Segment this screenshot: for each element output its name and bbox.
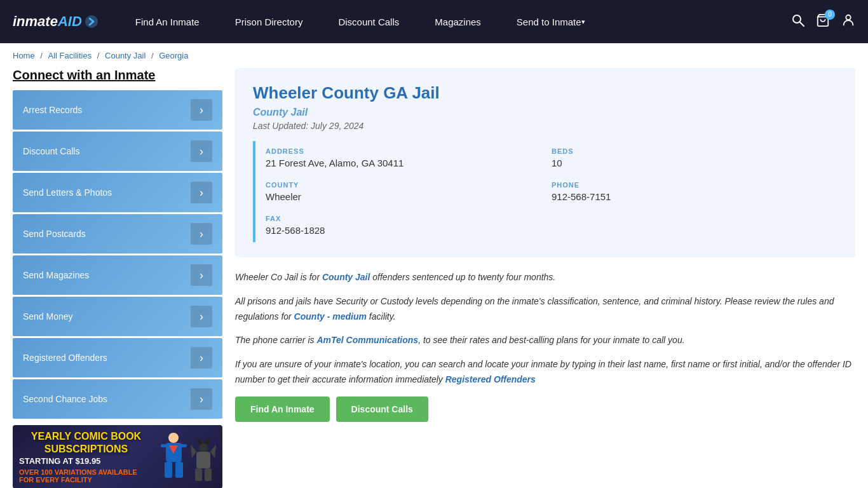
registered-offenders-link[interactable]: Registered Offenders [445, 374, 536, 384]
svg-point-5 [168, 433, 179, 443]
beds-label: BEDS [552, 147, 827, 155]
svg-line-2 [800, 22, 804, 26]
content-area: Wheeler County GA Jail County Jail Last … [235, 68, 855, 488]
logo-icon [85, 15, 98, 29]
svg-rect-17 [195, 468, 202, 481]
breadcrumb: Home / All Facilities / County Jail / Ge… [0, 43, 868, 68]
sidebar-second-chance-jobs[interactable]: Second Chance Jobs › [13, 379, 222, 419]
svg-rect-14 [196, 452, 210, 468]
sidebar-label-send-letters: Send Letters & Photos [23, 187, 112, 198]
nav-send-to-inmate[interactable]: Send to Inmate [499, 0, 603, 43]
fax-value: 912-568-1828 [266, 225, 541, 236]
svg-marker-16 [210, 444, 216, 458]
desc-3-before: The phone carrier is [235, 335, 316, 345]
svg-marker-15 [191, 444, 196, 458]
desc-1-after: offenders sentenced up to twenty four mo… [370, 272, 555, 282]
facility-updated: Last Updated: July 29, 2024 [253, 121, 837, 131]
svg-rect-8 [165, 462, 172, 478]
county-value: Wheeler [266, 191, 541, 202]
nav-magazines[interactable]: Magazines [417, 0, 499, 43]
arrow-icon: › [191, 264, 212, 286]
facility-type: County Jail [253, 107, 837, 118]
sidebar-send-postcards[interactable]: Send Postcards › [13, 214, 222, 254]
search-icon [792, 14, 804, 27]
svg-rect-18 [205, 468, 212, 481]
amtel-link[interactable]: AmTel Communications [316, 335, 418, 345]
facility-title: Wheeler County GA Jail [253, 83, 837, 103]
sidebar-label-send-postcards: Send Postcards [23, 229, 86, 239]
beds-value: 10 [552, 158, 827, 168]
ad-batman [191, 431, 216, 482]
desc-1-before: Wheeler Co Jail is for [235, 272, 322, 282]
sidebar: Connect with an Inmate Arrest Records › … [13, 68, 222, 488]
fax-label: FAX [266, 215, 541, 222]
phone-block: PHONE 912-568-7151 [552, 175, 837, 208]
breadcrumb-state[interactable]: Georgia [159, 51, 188, 60]
county-jail-link-1[interactable]: County Jail [322, 272, 370, 282]
county-block: COUNTY Wheeler [266, 175, 552, 208]
nav-find-inmate[interactable]: Find An Inmate [118, 0, 217, 43]
desc-para-1: Wheeler Co Jail is for County Jail offen… [235, 270, 855, 285]
sidebar-title: Connect with an Inmate [13, 68, 222, 83]
desc-3-after: , to see their rates and best-calling pl… [418, 335, 684, 345]
arrow-icon: › [191, 388, 212, 410]
phone-value: 912-568-7151 [552, 191, 827, 202]
discount-calls-action-btn[interactable]: Discount Calls [336, 396, 428, 422]
sidebar-send-money[interactable]: Send Money › [13, 297, 222, 336]
cart-button[interactable]: 0 [816, 13, 830, 30]
beds-block: BEDS 10 [552, 141, 837, 175]
action-buttons: Find An Inmate Discount Calls [235, 396, 855, 422]
svg-rect-10 [161, 444, 168, 447]
breadcrumb-home[interactable]: Home [13, 51, 35, 60]
user-icon [841, 13, 855, 27]
sidebar-registered-offenders[interactable]: Registered Offenders › [13, 338, 222, 377]
sidebar-discount-calls[interactable]: Discount Calls › [13, 132, 222, 171]
sidebar-send-magazines[interactable]: Send Magazines › [13, 255, 222, 295]
find-inmate-action-btn[interactable]: Find An Inmate [235, 396, 330, 422]
cart-badge: 0 [825, 10, 835, 20]
logo[interactable]: inmateAID [13, 13, 98, 30]
ad-characters [159, 431, 188, 482]
fax-block: FAX 912-568-1828 [266, 208, 552, 242]
sidebar-label-discount-calls: Discount Calls [23, 146, 79, 156]
arrow-icon: › [191, 347, 212, 369]
breadcrumb-county-jail[interactable]: County Jail [105, 51, 146, 60]
desc-4-before: If you are unsure of your inmate's locat… [235, 359, 851, 384]
address-label: ADDRESS [266, 147, 541, 155]
nav-prison-directory[interactable]: Prison Directory [217, 0, 321, 43]
user-button[interactable] [841, 13, 855, 30]
sidebar-label-second-chance-jobs: Second Chance Jobs [23, 394, 107, 404]
search-button[interactable] [792, 14, 804, 30]
ad-price: STARTING AT $19.95 [19, 456, 153, 466]
svg-rect-9 [175, 462, 183, 478]
sidebar-label-send-magazines: Send Magazines [23, 270, 89, 280]
desc-para-2: All prisons and jails have Security or C… [235, 294, 855, 325]
sidebar-arrest-records[interactable]: Arrest Records › [13, 90, 222, 130]
svg-point-1 [793, 15, 801, 23]
desc-2-after: facility. [367, 311, 396, 322]
main-nav: Find An Inmate Prison Directory Discount… [118, 0, 792, 43]
county-label: COUNTY [266, 181, 541, 189]
sidebar-label-send-money: Send Money [23, 311, 73, 322]
ad-subtitle: OVER 100 VARIATIONS AVAILABLE FOR EVERY … [19, 468, 153, 484]
superman-icon [159, 431, 188, 482]
arrow-icon: › [191, 140, 212, 162]
ad-title: YEARLY COMIC BOOKSUBSCRIPTIONS [19, 430, 153, 454]
nav-discount-calls[interactable]: Discount Calls [320, 0, 417, 43]
ad-banner[interactable]: YEARLY COMIC BOOKSUBSCRIPTIONS STARTING … [13, 425, 222, 488]
address-block: ADDRESS 21 Forest Ave, Alamo, GA 30411 [266, 141, 552, 175]
logo-inmate: inmate [13, 13, 58, 30]
site-header: inmateAID Find An Inmate Prison Director… [0, 0, 868, 43]
sidebar-send-letters[interactable]: Send Letters & Photos › [13, 173, 222, 212]
desc-para-3: The phone carrier is AmTel Communication… [235, 333, 855, 348]
breadcrumb-sep1: / [40, 51, 44, 60]
svg-point-4 [846, 15, 850, 19]
county-medium-link[interactable]: County - medium [294, 311, 367, 322]
breadcrumb-all-facilities[interactable]: All Facilities [48, 51, 92, 60]
breadcrumb-sep3: / [151, 51, 156, 60]
desc-para-4: If you are unsure of your inmate's locat… [235, 357, 855, 388]
header-icons: 0 [792, 13, 855, 30]
svg-rect-11 [179, 444, 187, 447]
facility-card: Wheeler County GA Jail County Jail Last … [235, 68, 855, 257]
arrow-icon: › [191, 306, 212, 327]
